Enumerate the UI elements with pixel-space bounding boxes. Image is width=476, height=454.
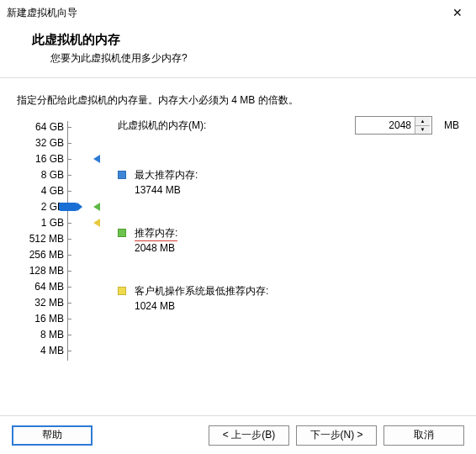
memory-unit: MB — [444, 119, 459, 131]
green-square-icon — [118, 229, 126, 237]
memory-label: 此虚拟机的内存(M): — [118, 119, 206, 133]
min-rec-value: 1024 MB — [135, 300, 268, 312]
max-marker-icon — [93, 155, 100, 163]
scale-label: 16 GB — [17, 151, 64, 167]
memory-input[interactable] — [356, 117, 415, 134]
memory-scale-labels: 64 GB 32 GB 16 GB 8 GB 4 GB 2 GB 1 GB 51… — [17, 119, 64, 359]
wizard-header: 此虚拟机的内存 您要为此虚拟机使用多少内存? — [0, 25, 476, 77]
scale-label: 8 MB — [17, 327, 64, 343]
content-area: 64 GB 32 GB 16 GB 8 GB 4 GB 2 GB 1 GB 51… — [0, 114, 476, 392]
rec-value: 2048 MB — [135, 242, 177, 254]
spinner-down-icon[interactable]: ▼ — [415, 126, 430, 135]
min-marker-icon — [93, 219, 100, 227]
instruction-text: 指定分配给此虚拟机的内存量。内存大小必须为 4 MB 的倍数。 — [0, 78, 476, 114]
blue-square-icon — [118, 171, 126, 179]
yellow-square-icon — [118, 287, 126, 295]
wizard-footer: 帮助 < 上一步(B) 下一步(N) > 取消 — [0, 415, 476, 454]
titlebar: 新建虚拟机向导 ✕ — [0, 0, 476, 25]
min-rec-label: 客户机操作系统最低推荐内存: — [135, 284, 268, 298]
close-button[interactable]: ✕ — [439, 0, 476, 25]
page-subtitle: 您要为此虚拟机使用多少内存? — [32, 51, 459, 66]
page-title: 此虚拟机的内存 — [32, 32, 459, 48]
min-recommended: 客户机操作系统最低推荐内存: 1024 MB — [118, 284, 459, 312]
rec-label: 推荐内存: — [135, 226, 177, 240]
scale-label: 16 MB — [17, 311, 64, 327]
scale-label: 128 MB — [17, 263, 64, 279]
recommended: 推荐内存: 2048 MB — [118, 226, 459, 254]
scale-label: 8 GB — [17, 167, 64, 183]
max-recommended: 最大推荐内存: 13744 MB — [118, 168, 459, 196]
scale-label: 512 MB — [17, 231, 64, 247]
scale-label: 64 MB — [17, 279, 64, 295]
window-title: 新建虚拟机向导 — [7, 6, 77, 20]
spinner-up-icon[interactable]: ▲ — [415, 117, 430, 126]
memory-spinner: ▲ ▼ — [355, 116, 432, 135]
scale-label: 32 MB — [17, 295, 64, 311]
next-button[interactable]: 下一步(N) > — [296, 425, 377, 446]
rec-marker-icon — [93, 203, 100, 211]
scale-label: 4 GB — [17, 183, 64, 199]
spinner-buttons: ▲ ▼ — [415, 117, 430, 134]
scale-label: 32 GB — [17, 135, 64, 151]
memory-slider[interactable] — [67, 121, 109, 361]
slider-thumb[interactable] — [59, 203, 77, 211]
cancel-button[interactable]: 取消 — [383, 425, 464, 446]
scale-label: 64 GB — [17, 119, 64, 135]
memory-input-row: 此虚拟机的内存(M): ▲ ▼ MB — [118, 116, 459, 135]
scale-label: 256 MB — [17, 247, 64, 263]
max-rec-value: 13744 MB — [135, 184, 198, 196]
close-icon: ✕ — [452, 6, 463, 19]
scale-label: 4 MB — [17, 343, 64, 359]
help-button[interactable]: 帮助 — [12, 425, 93, 446]
memory-details: 此虚拟机的内存(M): ▲ ▼ MB 最大推荐内存: 13744 MB 推荐内存… — [118, 116, 459, 342]
scale-label: 2 GB — [17, 199, 64, 215]
max-rec-label: 最大推荐内存: — [135, 168, 198, 182]
back-button[interactable]: < 上一步(B) — [209, 425, 289, 446]
scale-label: 1 GB — [17, 215, 64, 231]
